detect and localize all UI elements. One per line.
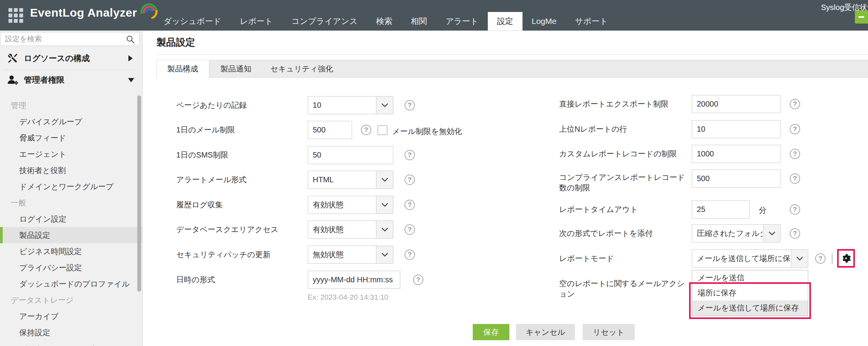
nav-support[interactable]: サポート xyxy=(566,12,617,31)
tab-product-notifications[interactable]: 製品通知 xyxy=(209,60,263,78)
historical-log-collection-select[interactable]: 有効状態 xyxy=(308,196,393,214)
sidebar-item-admin-privileges[interactable]: 管理者権限 xyxy=(0,70,143,90)
chevron-down-icon xyxy=(763,225,780,242)
sidebar-item-agents[interactable]: エージェント xyxy=(0,146,143,162)
sidebar-item-database-filter[interactable]: データベースフィルター xyxy=(0,341,143,346)
chevron-down-icon xyxy=(376,97,393,114)
reset-button[interactable]: リセット xyxy=(583,324,635,340)
datetime-format-input[interactable] xyxy=(308,271,400,289)
field-label-custom-report-record-limit: カスタムレポートレコードの制限 xyxy=(559,145,677,163)
sidebar-item-privacy-settings[interactable]: プライバシー設定 xyxy=(0,260,143,276)
sidebar-item-threat-feeds[interactable]: 脅威フィード xyxy=(0,130,143,146)
product-logo[interactable]: EventLog Analyzer xyxy=(30,6,158,19)
sidebar-section-data-storage: データストレージ xyxy=(0,292,143,308)
title-divider xyxy=(156,54,868,55)
nav-reports[interactable]: レポート xyxy=(231,12,282,31)
compliance-report-record-limit-input[interactable] xyxy=(692,170,780,188)
page-title: 製品設定 xyxy=(157,36,195,49)
custom-report-record-limit-input[interactable] xyxy=(692,145,780,163)
sidebar-item-domains-workgroups[interactable]: ドメインとワークグループ xyxy=(0,178,143,195)
app-launcher-icon[interactable] xyxy=(8,8,23,23)
field-label-mail-limit-per-day: 1日のメール制限 xyxy=(176,121,235,139)
sidebar-item-log-source-config[interactable]: ログソースの構成 xyxy=(0,49,143,68)
help-icon[interactable]: ? xyxy=(405,100,415,110)
records-per-page-select[interactable]: 10 xyxy=(308,96,393,114)
field-label-historical-log-collection: 履歴ログ収集 xyxy=(176,196,223,214)
field-label-report-attach-format: 次の形式でレポートを添付 xyxy=(559,224,653,243)
sms-limit-input[interactable] xyxy=(308,146,393,164)
admin-user-icon xyxy=(7,75,19,85)
help-icon[interactable]: ? xyxy=(790,149,800,159)
help-icon[interactable]: ? xyxy=(361,125,371,135)
help-icon[interactable]: ? xyxy=(405,150,415,160)
sidebar-divider xyxy=(5,70,135,70)
chevron-down-icon xyxy=(376,196,393,214)
direct-report-export-limit-input[interactable] xyxy=(692,95,780,113)
settings-search-input[interactable] xyxy=(0,32,139,46)
nav-correlation[interactable]: 相関 xyxy=(401,12,436,31)
help-icon[interactable]: ? xyxy=(790,228,800,239)
field-label-datetime-format: 日時の形式 xyxy=(176,271,215,289)
nav-compliance[interactable]: コンプライアンス xyxy=(282,12,367,31)
report-attach-format-select[interactable]: 圧縮されたフォルダ xyxy=(692,224,780,243)
tab-security-hardening[interactable]: セキュリティ強化 xyxy=(263,60,341,78)
sidebar-item-business-hours[interactable]: ビジネス時間設定 xyxy=(0,243,143,260)
tab-product-configuration[interactable]: 製品構成 xyxy=(156,60,209,78)
help-icon[interactable]: ? xyxy=(790,124,800,134)
sidebar-scrollbar[interactable] xyxy=(137,95,141,292)
help-icon[interactable]: ? xyxy=(405,249,415,260)
nav-logme[interactable]: LogMe xyxy=(522,12,566,31)
help-icon[interactable]: ? xyxy=(790,173,800,184)
save-button[interactable]: 保存 xyxy=(473,324,509,340)
top-n-report-rows-input[interactable] xyxy=(692,120,780,138)
select-value: 圧縮されたフォルダ xyxy=(697,225,762,242)
help-icon[interactable]: ? xyxy=(405,224,415,235)
help-icon[interactable]: ? xyxy=(413,275,423,285)
gear-icon xyxy=(841,253,851,263)
field-label-compliance-report-record-limit: コンプライアンスレポートレコード数の制限 xyxy=(559,172,692,193)
nav-search[interactable]: 検索 xyxy=(367,12,401,31)
product-settings-page: 製品設定 製品構成 製品通知 セキュリティ強化 ページあたりの記録 10 ? 1… xyxy=(143,31,868,346)
datetime-format-example: Ex: 2023-04-20 14:31:10 xyxy=(308,293,388,302)
help-icon[interactable]: ? xyxy=(815,253,826,264)
sidebar-item-dashboard-profiles[interactable]: ダッシュボードのプロファイル xyxy=(0,276,143,292)
sidebar-item-label: ログソースの構成 xyxy=(24,53,89,64)
nav-settings[interactable]: 設定 xyxy=(488,12,522,31)
cancel-button[interactable]: キャンセル xyxy=(516,324,575,340)
alert-mail-format-select[interactable]: HTML xyxy=(308,171,393,189)
syslog-status-button[interactable] xyxy=(855,10,868,24)
option-save-to-location[interactable]: 場所に保存 xyxy=(692,285,808,300)
report-mode-select[interactable]: メールを送信して場所に保存 xyxy=(692,249,808,268)
report-timeout-unit: 分 xyxy=(759,205,767,215)
sidebar-item-login-settings[interactable]: ログイン設定 xyxy=(0,211,143,227)
help-icon[interactable]: ? xyxy=(790,99,800,109)
search-icon[interactable] xyxy=(126,35,135,44)
help-icon[interactable]: ? xyxy=(405,175,415,185)
sidebar-item-technicians-roles[interactable]: 技術者と役割 xyxy=(0,162,143,178)
report-mode-settings-gear-annotated[interactable] xyxy=(837,249,855,268)
sidebar-item-archive[interactable]: アーカイブ xyxy=(0,308,143,324)
sidebar-item-product-settings[interactable]: 製品設定 xyxy=(0,227,143,243)
help-icon[interactable]: ? xyxy=(790,204,800,215)
chevron-down-icon xyxy=(376,221,393,238)
sidebar-item-retention-settings[interactable]: 保持設定 xyxy=(0,324,143,341)
nav-dashboard[interactable]: ダッシュボード xyxy=(154,12,231,31)
field-label-report-timeout: レポートタイムアウト xyxy=(559,200,638,219)
security-patch-update-select[interactable]: 無効状態 xyxy=(308,246,393,264)
tools-icon xyxy=(7,53,19,64)
field-label-empty-report-mail-action: 空のレポートに関するメールアクション xyxy=(559,278,692,299)
option-send-mail-and-save[interactable]: メールを送信して場所に保存 xyxy=(692,300,808,315)
disable-mail-limit-checkbox[interactable] xyxy=(378,125,388,135)
field-label-database-query-access: データベースクエリアクセス xyxy=(176,220,278,239)
chevron-down-icon xyxy=(791,250,808,267)
database-query-access-select[interactable]: 有効状態 xyxy=(308,220,393,239)
help-icon[interactable]: ? xyxy=(405,200,415,210)
disable-mail-limit-label: メール制限を無効化 xyxy=(392,126,462,137)
nav-alerts[interactable]: アラート xyxy=(436,12,487,31)
report-timeout-input[interactable] xyxy=(692,200,750,219)
field-label-report-mode: レポートモード xyxy=(559,249,614,268)
sidebar-section-general: 一般 xyxy=(0,195,143,211)
option-send-mail[interactable]: メールを送信 xyxy=(692,270,808,285)
mail-limit-input[interactable] xyxy=(308,121,352,139)
sidebar-item-device-groups[interactable]: デバイスグループ xyxy=(0,114,143,130)
